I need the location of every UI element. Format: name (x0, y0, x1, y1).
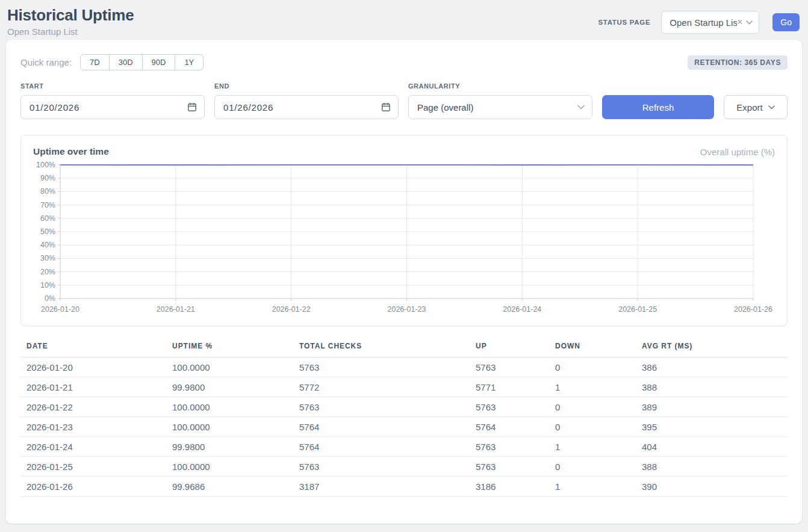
table-cell: 2026-01-26 (20, 477, 172, 496)
status-page-select-value: Open Startup List (670, 17, 737, 28)
table-cell: 0 (555, 357, 642, 377)
start-date-input[interactable]: 01/20/2026 (20, 95, 205, 119)
table-cell: 0 (555, 397, 642, 417)
column-header: UP (476, 335, 555, 357)
start-date-label: START (20, 82, 205, 90)
end-date-input[interactable]: 01/26/2026 (214, 95, 399, 119)
svg-text:70%: 70% (40, 201, 55, 209)
table-cell: 2026-01-20 (20, 357, 172, 377)
svg-text:0%: 0% (45, 294, 55, 303)
chart-legend: Overall uptime (%) (700, 147, 775, 157)
svg-text:2026-01-20: 2026-01-20 (41, 305, 79, 314)
table-row: 2026-01-2699.9686318731861390 (20, 477, 788, 496)
quick-range-1y-button[interactable]: 1Y (175, 54, 204, 70)
svg-text:60%: 60% (40, 214, 55, 223)
uptime-line-chart: 0%10%20%30%40%50%60%70%80%90%100%2026-01… (33, 161, 775, 318)
table-cell: 5763 (299, 457, 476, 477)
table-cell: 5763 (476, 397, 555, 417)
table-cell: 395 (642, 417, 788, 437)
table-cell: 386 (642, 357, 788, 377)
table-cell: 2026-01-21 (20, 377, 172, 397)
quick-range-30d-button[interactable]: 30D (110, 54, 143, 70)
svg-text:2026-01-26: 2026-01-26 (734, 305, 772, 314)
svg-text:2026-01-23: 2026-01-23 (388, 305, 426, 314)
table-cell: 5772 (299, 377, 476, 397)
table-cell: 5763 (476, 357, 555, 377)
chart-header: Uptime over time Overall uptime (%) (33, 146, 775, 157)
svg-text:100%: 100% (36, 161, 55, 169)
granularity-label: GRANULARITY (408, 82, 592, 90)
table-cell: 2026-01-24 (20, 437, 172, 457)
table-cell: 1 (555, 437, 642, 457)
table-cell: 388 (642, 377, 788, 397)
quick-range-7d-button[interactable]: 7D (80, 54, 110, 70)
export-button-label: Export (736, 102, 762, 113)
filters-row: START 01/20/2026 END 01/26/2026 (20, 82, 788, 119)
chevron-down-icon (746, 20, 753, 25)
svg-text:90%: 90% (40, 174, 55, 182)
svg-text:2026-01-22: 2026-01-22 (272, 305, 311, 314)
table-cell: 390 (642, 477, 788, 496)
table-cell: 389 (642, 397, 788, 417)
svg-text:40%: 40% (40, 241, 55, 249)
quick-range-label: Quick range: (20, 57, 72, 67)
table-cell: 5763 (299, 397, 476, 417)
granularity-select[interactable]: Page (overall) (408, 95, 592, 119)
uptime-chart-card: Uptime over time Overall uptime (%) 0%10… (20, 135, 788, 326)
page-title: Historical Uptime (7, 6, 134, 25)
clear-selection-icon[interactable]: × (737, 17, 742, 27)
uptime-table: DATEUPTIME %TOTAL CHECKSUPDOWNAVG RT (MS… (20, 335, 788, 496)
chart-title: Uptime over time (33, 146, 109, 157)
table-cell: 100.0000 (172, 417, 299, 437)
table-cell: 100.0000 (172, 457, 299, 477)
svg-text:30%: 30% (40, 254, 55, 262)
table-cell: 5771 (476, 377, 555, 397)
svg-text:2026-01-25: 2026-01-25 (618, 305, 657, 314)
svg-text:10%: 10% (40, 281, 55, 289)
page-header: Historical Uptime Open Startup List STAT… (0, 0, 808, 40)
table-cell: 404 (642, 437, 788, 457)
column-header: UPTIME % (172, 335, 299, 357)
go-button[interactable]: Go (772, 13, 800, 31)
table-cell: 2026-01-22 (20, 397, 172, 417)
column-header: DOWN (555, 335, 642, 357)
table-row: 2026-01-20100.0000576357630386 (20, 357, 788, 377)
table-cell: 1 (555, 377, 642, 397)
table-cell: 100.0000 (172, 397, 299, 417)
export-button[interactable]: Export (724, 95, 788, 119)
table-cell: 0 (555, 457, 642, 477)
quick-range-group: 7D 30D 90D 1Y (80, 54, 204, 70)
table-row: 2026-01-23100.0000576457640395 (20, 417, 788, 437)
granularity-value: Page (overall) (417, 102, 473, 113)
svg-text:2026-01-21: 2026-01-21 (157, 305, 195, 314)
end-date-value: 01/26/2026 (223, 102, 273, 113)
granularity-field: GRANULARITY Page (overall) (408, 82, 592, 119)
title-block: Historical Uptime Open Startup List (7, 6, 134, 37)
main-panel: Quick range: 7D 30D 90D 1Y RETENTION: 36… (6, 40, 802, 524)
table-cell: 2026-01-25 (20, 457, 172, 477)
quick-range-row: Quick range: 7D 30D 90D 1Y RETENTION: 36… (20, 54, 788, 70)
table-cell: 99.9686 (172, 477, 299, 496)
table-cell: 0 (555, 417, 642, 437)
table-row: 2026-01-2199.9800577257711388 (20, 377, 788, 397)
chevron-down-icon (768, 105, 775, 110)
table-cell: 5764 (299, 417, 476, 437)
table-row: 2026-01-22100.0000576357630389 (20, 397, 788, 417)
start-date-value: 01/20/2026 (30, 102, 79, 113)
table-cell: 99.9800 (172, 377, 299, 397)
retention-badge: RETENTION: 365 DAYS (688, 55, 788, 70)
table-cell: 5764 (476, 417, 555, 437)
svg-text:80%: 80% (40, 187, 55, 196)
table-cell: 5763 (299, 357, 476, 377)
table-cell: 1 (555, 477, 642, 496)
refresh-button[interactable]: Refresh (602, 95, 714, 119)
column-header: DATE (20, 335, 172, 357)
table-cell: 5764 (299, 437, 476, 457)
table-cell: 99.9800 (172, 437, 299, 457)
svg-text:50%: 50% (40, 227, 55, 236)
page-subtitle: Open Startup List (7, 26, 134, 37)
chevron-down-icon (577, 105, 585, 110)
calendar-icon (381, 102, 391, 112)
status-page-select[interactable]: Open Startup List × (661, 11, 759, 34)
quick-range-90d-button[interactable]: 90D (143, 54, 176, 70)
